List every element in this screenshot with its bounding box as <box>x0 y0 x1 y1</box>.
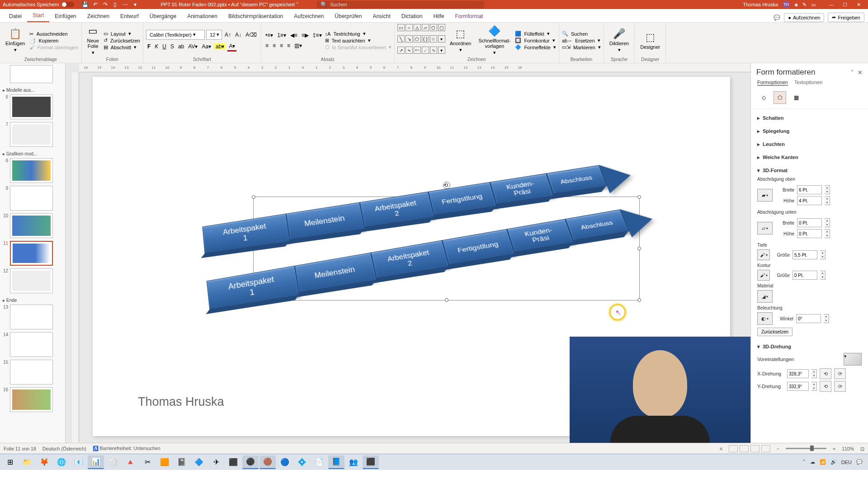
tab-zeichnen[interactable]: Zeichnen <box>82 10 115 22</box>
telegram-icon[interactable]: ✈ <box>208 455 224 469</box>
close-icon[interactable]: ✕ <box>852 2 865 8</box>
notes-button[interactable]: ≡ <box>720 446 722 451</box>
strike-icon[interactable]: S <box>169 42 175 51</box>
indent-icon[interactable]: ≡▶ <box>300 31 310 39</box>
spacing-icon[interactable]: AV▾ <box>187 42 199 51</box>
tab-einfuegen[interactable]: Einfügen <box>49 10 81 22</box>
zoom-slider[interactable] <box>786 448 826 449</box>
resize-handle-e[interactable] <box>637 247 641 250</box>
user-avatar[interactable]: TH <box>783 1 790 8</box>
size-props-icon[interactable]: ▦ <box>790 91 802 104</box>
fuelleffekt-button[interactable]: 🟦 Fülleffekt ▾ <box>515 31 556 37</box>
vlc-icon[interactable]: 🔺 <box>122 455 138 469</box>
canvas-area[interactable]: 1615141312111098765432101234567891011121… <box>66 63 750 443</box>
schatten-header[interactable]: ▸ Schatten <box>757 114 862 122</box>
section-button[interactable]: ▤ Abschnitt ▾ <box>104 44 140 50</box>
3d-format-header[interactable]: ▾ 3D-Format <box>757 166 862 175</box>
bold-icon[interactable]: F <box>146 42 152 51</box>
start-menu-icon[interactable]: ⊞ <box>2 455 18 469</box>
anordnen-button[interactable]: ⬚Anordnen▾ <box>447 24 474 57</box>
resize-handle-s[interactable] <box>445 298 448 302</box>
step-top-1[interactable]: Arbeitspaket 1 <box>202 214 290 253</box>
word-icon[interactable]: 📘 <box>328 455 344 469</box>
app-icon[interactable]: ⚪ <box>105 455 121 469</box>
normal-view-icon[interactable] <box>729 445 738 452</box>
spinner[interactable]: ▴▾ <box>825 218 830 227</box>
markieren-button[interactable]: ▭⇲ Markieren ▾ <box>562 44 601 50</box>
app-icon[interactable]: ⬛ <box>363 455 379 469</box>
outlook-icon[interactable]: 📧 <box>71 455 87 469</box>
textoptionen-tab[interactable]: Textoptionen <box>794 80 822 86</box>
firefox-icon[interactable]: 🦊 <box>36 455 52 469</box>
linespacing-icon[interactable]: ‡≡▾ <box>311 31 323 39</box>
text-direction-button[interactable]: ↕A Textrichtung ▾ <box>325 31 392 37</box>
ersetzen-button[interactable]: ab↔ Ersetzen ▾ <box>562 38 601 43</box>
toggle-switch[interactable] <box>61 2 74 7</box>
search-input[interactable] <box>330 2 481 7</box>
justify-icon[interactable]: ≡ <box>286 42 292 50</box>
save-icon[interactable]: 💾 <box>82 1 89 8</box>
thumb-10[interactable] <box>10 213 53 238</box>
underline-icon[interactable]: U <box>161 42 168 51</box>
freigeben-button[interactable]: ➦ Freigeben <box>828 13 864 22</box>
section-ende[interactable]: ▸ Ende <box>2 296 63 305</box>
tray-cloud-icon[interactable]: ☁ <box>810 459 815 465</box>
numbering-icon[interactable]: 1≡▾ <box>276 31 288 39</box>
thumbnail-panel[interactable]: ▸ Modelle aus... 6 7 ▸ Grafiken mod... 8… <box>0 63 66 443</box>
spinner[interactable]: ▴▾ <box>824 314 829 323</box>
copy-button[interactable]: 📑 Kopieren <box>29 38 78 44</box>
spinner[interactable]: ▴▾ <box>820 250 826 259</box>
align-text-button[interactable]: ⊞ Text ausrichten ▾ <box>325 38 392 43</box>
formkontur-button[interactable]: 🔲 Formkontur ▾ <box>515 38 556 43</box>
weiche-kanten-header[interactable]: ▸ Weiche Kanten <box>757 153 862 162</box>
spinner[interactable]: ▴▾ <box>820 271 826 280</box>
accessibility-status[interactable]: ♿ Barrierefreiheit: Untersuchen <box>93 446 160 451</box>
font-family-select[interactable]: Calibri (Textkörper) ▾ <box>146 30 205 40</box>
app-icon[interactable]: 🟤 <box>259 455 276 469</box>
zoom-in-icon[interactable]: + <box>833 446 835 451</box>
bevel-top-height[interactable] <box>797 196 822 205</box>
resize-handle-se[interactable] <box>637 298 641 302</box>
undo-icon[interactable]: ↶ <box>92 1 99 8</box>
rotate-handle[interactable]: ⟲ <box>443 182 450 189</box>
contour-color[interactable]: 🖌▾ <box>757 270 770 281</box>
resize-handle-ne[interactable] <box>637 195 641 199</box>
explorer-icon[interactable]: 📁 <box>19 455 35 469</box>
shadow-icon[interactable]: ab <box>177 42 185 51</box>
app-icon[interactable]: 📄 <box>311 455 327 469</box>
layout-button[interactable]: ▭ Layout ▾ <box>104 31 140 37</box>
fit-to-window-icon[interactable]: ⊡ <box>860 446 864 451</box>
tab-entwurf[interactable]: Entwurf <box>115 10 144 22</box>
case-icon[interactable]: Aa▾ <box>200 42 212 51</box>
thumb-16[interactable] <box>10 387 53 412</box>
3d-drehung-header[interactable]: ▾ 3D-Drehung <box>757 343 862 351</box>
rotate-left-icon[interactable]: ⟲ <box>820 368 831 379</box>
bevel-bottom-preset[interactable]: ▱▾ <box>757 222 773 235</box>
user-name[interactable]: Thomas Hruska <box>743 2 778 7</box>
bevel-top-preset[interactable]: ▰▾ <box>757 189 773 202</box>
columns-icon[interactable]: ▥▾ <box>293 42 303 50</box>
bevel-top-width[interactable] <box>797 185 822 194</box>
minimize-icon[interactable]: — <box>825 2 838 8</box>
tab-animationen[interactable]: Animationen <box>182 10 223 22</box>
highlight-icon[interactable]: ab▾ <box>214 43 226 50</box>
formeffekte-button[interactable]: 🔷 Formeffekte ▾ <box>515 44 556 50</box>
tab-bildschirmpraesentation[interactable]: Bildschirmpräsentation <box>223 10 288 22</box>
thumb-11[interactable] <box>10 241 53 266</box>
new-slide-button[interactable]: ▭Neue Folie▾ <box>85 24 102 57</box>
bevel-bottom-height[interactable] <box>797 229 822 238</box>
language-status[interactable]: Deutsch (Österreich) <box>42 446 86 451</box>
align-right-icon[interactable]: ≡ <box>278 42 284 50</box>
tray-wifi-icon[interactable]: 📶 <box>820 459 826 465</box>
italic-icon[interactable]: K <box>153 42 160 51</box>
draw-icon[interactable]: ✎ <box>802 2 807 8</box>
onenote-icon[interactable]: 📓 <box>174 455 190 469</box>
step-top-5[interactable]: Kunden- Präsi <box>490 173 554 204</box>
step-top-6[interactable]: Abschluss <box>546 165 607 194</box>
spinner[interactable]: ▴▾ <box>811 369 817 378</box>
tab-ueberpruefen[interactable]: Überprüfen <box>329 10 367 22</box>
effects-icon[interactable]: ⬠ <box>774 91 786 104</box>
reading-view-icon[interactable] <box>750 445 760 452</box>
thumb-7[interactable] <box>10 122 53 147</box>
spinner[interactable]: ▴▾ <box>825 196 830 205</box>
